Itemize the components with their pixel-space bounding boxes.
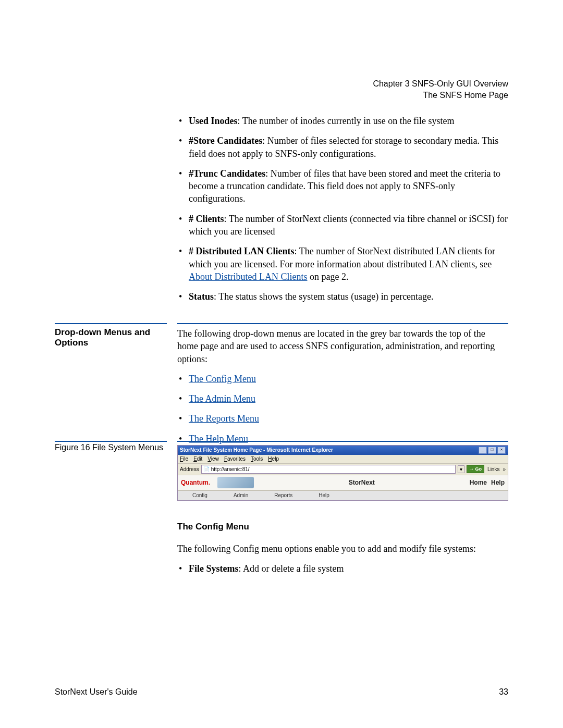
config-menu-section: The Config Menu The following Config men… — [177, 521, 508, 583]
section-label: The SNFS Home Page — [373, 90, 508, 101]
screenshot-menubar: File Edit View Favorites Tools Help — [178, 455, 508, 464]
list-item: The Config Menu — [177, 373, 508, 385]
screenshot-tabbar: Config Admin Reports Help — [178, 490, 508, 500]
list-item: # Clients: The number of StorNext client… — [177, 213, 508, 238]
list-item: Status: The status shows the system stat… — [177, 290, 508, 303]
nav-home[interactable]: Home — [470, 478, 487, 487]
config-intro: The following Config menu options enable… — [177, 542, 508, 555]
page-footer: StorNext User's Guide 33 — [55, 687, 508, 697]
address-label: Address — [180, 466, 199, 473]
section-rule — [177, 441, 508, 442]
link-config-menu[interactable]: The Config Menu — [189, 374, 256, 384]
link-about-dlc[interactable]: About Distributed LAN Clients — [189, 272, 308, 282]
list-item: File Systems: Add or delete a file syste… — [177, 562, 508, 575]
menu-item[interactable]: Tools — [251, 455, 263, 463]
tab-config[interactable]: Config — [192, 492, 207, 499]
page-icon: 📄 — [203, 466, 210, 473]
list-item: The Admin Menu — [177, 392, 508, 405]
menu-item[interactable]: View — [207, 455, 219, 463]
section-rule — [177, 323, 508, 324]
dropdown-body: The following drop-down menus are locate… — [177, 323, 508, 452]
brand-stornext: StorNext — [254, 478, 470, 487]
tab-help[interactable]: Help — [319, 492, 329, 499]
brand-quantum: Quantum. — [181, 478, 217, 487]
screenshot: StorNext File System Home Page - Microso… — [177, 445, 508, 501]
page-number: 33 — [499, 687, 508, 697]
section-sidebar-dropdown: Drop-down Menus and Options — [55, 323, 167, 348]
links-chevron-icon[interactable]: » — [503, 466, 506, 473]
link-reports-menu[interactable]: The Reports Menu — [189, 413, 259, 424]
list-item: #Store Candidates: Number of files selec… — [177, 134, 508, 160]
figure-body: StorNext File System Home Page - Microso… — [177, 441, 508, 501]
definitions-list: Used Inodes: The number of inodes curren… — [177, 115, 508, 311]
page: Chapter 3 SNFS-Only GUI Overview The SNF… — [0, 0, 563, 728]
list-item: # Distributed LAN Clients: The number of… — [177, 245, 508, 283]
menu-item[interactable]: Favorites — [224, 455, 246, 463]
minimize-icon[interactable]: _ — [479, 447, 487, 454]
window-buttons: _ □ × — [479, 447, 506, 454]
close-icon[interactable]: × — [497, 447, 506, 454]
chapter-label: Chapter 3 SNFS-Only GUI Overview — [373, 78, 508, 90]
tab-admin[interactable]: Admin — [234, 492, 248, 499]
maximize-icon[interactable]: □ — [488, 447, 496, 454]
screenshot-titlebar: StorNext File System Home Page - Microso… — [178, 446, 508, 455]
list-item: The Reports Menu — [177, 412, 508, 425]
link-admin-menu[interactable]: The Admin Menu — [189, 393, 255, 404]
figure-sidebar: Figure 16 File System Menus — [55, 441, 167, 452]
screenshot-title: StorNext File System Home Page - Microso… — [180, 447, 333, 454]
tab-reports[interactable]: Reports — [274, 492, 292, 499]
menu-item[interactable]: Help — [268, 455, 279, 463]
screenshot-addressbar: Address 📄 http://arsenic:81/ ▾ → Go Link… — [178, 464, 508, 476]
nav-help[interactable]: Help — [491, 478, 505, 487]
page-header: Chapter 3 SNFS-Only GUI Overview The SNF… — [373, 78, 508, 101]
subheading-config-menu: The Config Menu — [177, 521, 508, 533]
section-rule — [55, 441, 167, 442]
menu-item[interactable]: Edit — [193, 455, 202, 463]
list-item: #Trunc Candidates: Number of files that … — [177, 167, 508, 205]
address-input[interactable]: 📄 http://arsenic:81/ — [201, 465, 456, 474]
footer-title: StorNext User's Guide — [55, 687, 138, 697]
go-button[interactable]: → Go — [467, 465, 484, 473]
dropdown-intro: The following drop-down menus are locate… — [177, 327, 508, 365]
list-item: Used Inodes: The number of inodes curren… — [177, 115, 508, 127]
screenshot-brandbar: Quantum. StorNext Home Help — [178, 475, 508, 490]
section-rule — [55, 323, 167, 324]
address-dropdown-icon[interactable]: ▾ — [458, 465, 464, 474]
brand-logo-icon — [217, 477, 254, 488]
section-title-dropdown: Drop-down Menus and Options — [55, 327, 167, 348]
figure-caption: Figure 16 File System Menus — [55, 443, 167, 452]
menu-item[interactable]: File — [180, 455, 188, 463]
links-label[interactable]: Links — [486, 466, 500, 473]
